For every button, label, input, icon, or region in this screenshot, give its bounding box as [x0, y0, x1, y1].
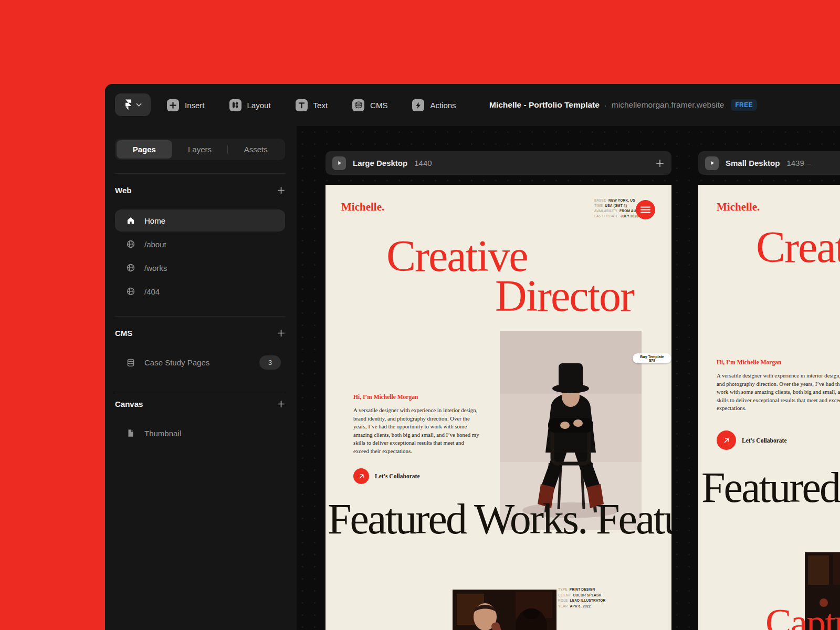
- project-meta-line: ROLE LEAD ILLUSTRATOR: [558, 598, 606, 604]
- cms-label: CMS: [370, 101, 387, 110]
- sidebar-item-case-study-pages[interactable]: Case Study Pages 3: [115, 351, 285, 374]
- globe-icon: [126, 287, 136, 296]
- sidebar-item-works[interactable]: /works: [115, 257, 285, 279]
- frame-header-small-desktop[interactable]: Small Desktop 1439 –: [698, 151, 840, 175]
- layout-columns-icon: [229, 99, 242, 111]
- intro-heading[interactable]: Hi, I’m Michelle Morgan: [717, 359, 781, 365]
- collection-count-badge: 3: [259, 355, 281, 370]
- add-page-button[interactable]: [277, 186, 285, 194]
- frame-canvas-small-desktop[interactable]: Michelle. Creative Hi, I’m Michelle Morg…: [698, 185, 840, 630]
- framer-menu-button[interactable]: [115, 93, 151, 116]
- sidebar-item-label: Case Study Pages: [144, 358, 209, 367]
- sidebar-item-label: /about: [144, 240, 166, 249]
- sidebar-item-about[interactable]: /about: [115, 233, 285, 255]
- free-badge: FREE: [731, 99, 757, 111]
- sidebar: Pages Layers Assets Web Home: [105, 126, 297, 630]
- hamburger-menu-button[interactable]: [636, 200, 655, 219]
- project-meta-line: TYPE PRINT DESIGN: [558, 587, 606, 593]
- actions-label: Actions: [430, 101, 456, 110]
- sidebar-item-label: /404: [144, 287, 160, 296]
- lightning-icon: [412, 99, 424, 111]
- tab-assets[interactable]: Assets: [228, 140, 284, 159]
- actions-button[interactable]: Actions: [412, 99, 456, 111]
- frame-name[interactable]: Small Desktop: [726, 159, 780, 167]
- meta-line: AVAILABILITY FROM AUG: [594, 208, 639, 214]
- cms-section-title: CMS: [115, 329, 132, 338]
- project-photo[interactable]: [453, 590, 556, 630]
- insert-button[interactable]: Insert: [167, 99, 205, 111]
- project-title-area: Michelle - Portfolio Template · michelle…: [489, 84, 757, 126]
- web-section-title: Web: [115, 186, 131, 195]
- buy-template-button[interactable]: Buy Template $79: [633, 353, 671, 363]
- canvas-section-title: Canvas: [115, 400, 143, 408]
- arrow-up-right-icon: [353, 468, 369, 484]
- frame-name[interactable]: Large Desktop: [353, 159, 407, 167]
- add-breakpoint-button[interactable]: [656, 159, 664, 167]
- meta-line: BASED NEW YORK, US: [594, 198, 639, 203]
- site-logo[interactable]: Michelle.: [341, 201, 384, 214]
- text-button[interactable]: Text: [296, 99, 328, 111]
- project-meta-line: CLIENT COLOR SPLASH: [558, 593, 606, 598]
- insert-label: Insert: [185, 101, 205, 110]
- database-icon: [352, 99, 364, 111]
- collaborate-button[interactable]: Let’s Collaborate: [717, 430, 787, 450]
- plus-square-icon: [167, 99, 179, 111]
- meta-line: TIME USA (GMT-4): [594, 203, 639, 208]
- captured-heading[interactable]: Captured: [765, 603, 840, 630]
- framer-logo-icon: [124, 99, 132, 110]
- tab-layers[interactable]: Layers: [172, 140, 228, 159]
- sidebar-item-label: Home: [144, 216, 165, 225]
- file-icon: [126, 428, 136, 438]
- sidebar-item-thumbnail[interactable]: Thumbnail: [115, 422, 285, 444]
- preview-play-icon[interactable]: [332, 156, 346, 170]
- frame-canvas-large-desktop[interactable]: Michelle. BASED NEW YORK, US TIME USA (G…: [326, 185, 671, 630]
- site-meta-block[interactable]: BASED NEW YORK, US TIME USA (GMT-4) AVAI…: [594, 198, 639, 219]
- sidebar-item-label: /works: [144, 264, 167, 272]
- canvas-section-header: Canvas: [115, 397, 285, 410]
- canvas-area[interactable]: Large Desktop 1440 Michelle. BASED NEW Y…: [297, 126, 840, 630]
- project-meta-block[interactable]: TYPE PRINT DESIGN CLIENT COLOR SPLASH RO…: [558, 587, 606, 609]
- sidebar-divider: [115, 316, 285, 317]
- intro-paragraph[interactable]: A versatile designer with experience in …: [353, 406, 480, 455]
- site-logo[interactable]: Michelle.: [717, 201, 760, 214]
- frame-breakpoint: 1439 –: [786, 159, 811, 167]
- hero-heading-line2[interactable]: Director: [495, 274, 634, 318]
- sidebar-item-label: Thumbnail: [144, 429, 181, 438]
- project-url[interactable]: michellemorgan.framer.website: [612, 100, 724, 110]
- sidebar-divider: [115, 173, 285, 174]
- title-separator: ·: [604, 101, 607, 110]
- sidebar-item-404[interactable]: /404: [115, 280, 285, 302]
- sidebar-tabs: Pages Layers Assets: [115, 139, 285, 160]
- meta-line: LAST UPDATE JULY 2023: [594, 214, 639, 219]
- sidebar-item-home[interactable]: Home: [115, 209, 285, 232]
- layout-label: Layout: [247, 101, 271, 110]
- sidebar-divider: [115, 393, 285, 393]
- web-section-header: Web: [115, 184, 285, 196]
- chevron-down-icon: [136, 103, 142, 107]
- arrow-up-right-icon: [717, 430, 736, 450]
- add-canvas-page-button[interactable]: [277, 400, 285, 408]
- cms-button[interactable]: CMS: [352, 99, 387, 111]
- featured-works-marquee[interactable]: Featured Works. Featured Works.: [701, 466, 840, 509]
- preview-play-icon[interactable]: [705, 156, 719, 170]
- tab-pages[interactable]: Pages: [117, 140, 172, 159]
- toolbar-buttons: Insert Layout Text: [167, 84, 456, 126]
- project-meta-line: YEAR APR 6, 2022: [558, 604, 606, 610]
- text-label: Text: [313, 101, 328, 110]
- intro-heading[interactable]: Hi, I’m Michelle Morgan: [353, 394, 418, 400]
- database-icon: [126, 358, 136, 368]
- toolbar: Insert Layout Text: [105, 84, 840, 126]
- hero-heading-line1[interactable]: Creative: [756, 225, 840, 269]
- frame-header-large-desktop[interactable]: Large Desktop 1440: [326, 151, 671, 175]
- home-icon: [126, 216, 136, 225]
- frame-breakpoint: 1440: [414, 159, 432, 167]
- page-background: Insert Layout Text: [0, 0, 840, 630]
- add-collection-button[interactable]: [277, 329, 285, 337]
- intro-paragraph[interactable]: A versatile designer with experience in …: [717, 372, 840, 413]
- text-t-icon: [296, 99, 308, 111]
- collaborate-button[interactable]: Let’s Collaborate: [353, 468, 420, 484]
- featured-works-marquee[interactable]: Featured Works. Featured Works.: [328, 498, 671, 541]
- cms-section-header: CMS: [115, 327, 285, 339]
- layout-button[interactable]: Layout: [229, 99, 271, 111]
- globe-icon: [126, 263, 136, 272]
